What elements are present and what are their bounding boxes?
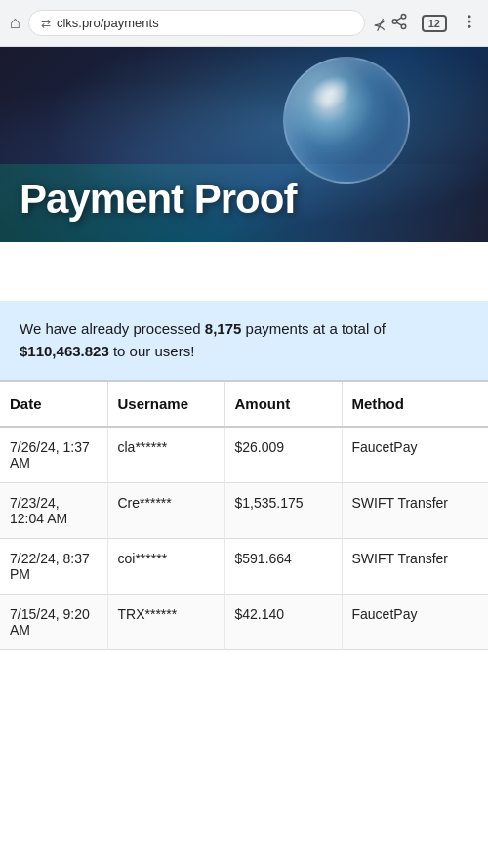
table-row: 7/26/24, 1:37 AMcla******$26.009FaucetPa… <box>0 427 488 483</box>
cell-date: 7/22/24, 8:37 PM <box>0 539 107 595</box>
cell-date: 7/26/24, 1:37 AM <box>0 427 107 483</box>
cell-username: Cre****** <box>107 483 224 539</box>
gap-section <box>0 242 488 301</box>
site-icon: ⇄ <box>41 17 51 30</box>
cell-method: FaucetPay <box>342 427 488 483</box>
svg-point-2 <box>401 24 406 29</box>
payments-table: Date Username Amount Method 7/26/24, 1:3… <box>0 382 488 650</box>
table-row: 7/23/24, 12:04 AMCre******$1,535.175SWIF… <box>0 483 488 539</box>
svg-point-0 <box>401 14 406 19</box>
cell-method: SWIFT Transfer <box>342 483 488 539</box>
tab-count[interactable]: 12 <box>422 15 447 32</box>
table-row: 7/22/24, 8:37 PMcoi******$591.664SWIFT T… <box>0 539 488 595</box>
svg-point-1 <box>392 19 397 23</box>
cell-amount: $1,535.175 <box>224 483 342 539</box>
cell-username: coi****** <box>107 539 224 595</box>
svg-point-5 <box>468 15 471 18</box>
menu-icon[interactable] <box>461 13 478 34</box>
stats-suffix: to our users! <box>109 343 195 359</box>
cell-date: 7/23/24, 12:04 AM <box>0 483 107 539</box>
svg-line-3 <box>396 22 401 25</box>
cell-method: FaucetPay <box>342 595 488 650</box>
cell-username: cla****** <box>107 427 224 483</box>
header-method: Method <box>342 382 488 427</box>
svg-line-4 <box>396 17 401 20</box>
stats-banner: We have already processed 8,175 payments… <box>0 301 488 380</box>
cell-method: SWIFT Transfer <box>342 539 488 595</box>
stats-prefix: We have already processed <box>20 320 205 337</box>
header-amount: Amount <box>224 382 342 427</box>
payments-table-container: Date Username Amount Method 7/26/24, 1:3… <box>0 380 488 650</box>
page-title: Payment Proof <box>20 176 296 223</box>
header-date: Date <box>0 382 107 427</box>
home-icon[interactable]: ⌂ <box>10 13 20 33</box>
svg-point-7 <box>468 24 471 27</box>
svg-point-6 <box>468 20 471 22</box>
total-amount: $110,463.823 <box>20 343 109 359</box>
hero-orb <box>283 57 410 184</box>
table-header-row: Date Username Amount Method <box>0 382 488 427</box>
browser-actions: ⊀ 12 <box>373 13 478 34</box>
table-row: 7/15/24, 9:20 AMTRX******$42.140FaucetPa… <box>0 595 488 650</box>
hero-section: Payment Proof <box>0 47 488 242</box>
url-bar[interactable]: ⇄ clks.pro/payments <box>28 10 365 36</box>
cell-amount: $591.664 <box>224 539 342 595</box>
url-text: clks.pro/payments <box>57 16 159 30</box>
cell-date: 7/15/24, 9:20 AM <box>0 595 107 650</box>
cell-amount: $42.140 <box>224 595 342 650</box>
header-username: Username <box>107 382 224 427</box>
browser-toolbar: ⌂ ⇄ clks.pro/payments ⊀ 12 <box>0 0 488 47</box>
payment-count: 8,175 <box>205 320 242 337</box>
cell-amount: $26.009 <box>224 427 342 483</box>
cell-username: TRX****** <box>107 595 224 650</box>
stats-middle: payments at a total of <box>241 320 386 337</box>
share-icon[interactable]: ⊀ <box>373 13 407 34</box>
stats-text: We have already processed 8,175 payments… <box>20 318 468 362</box>
